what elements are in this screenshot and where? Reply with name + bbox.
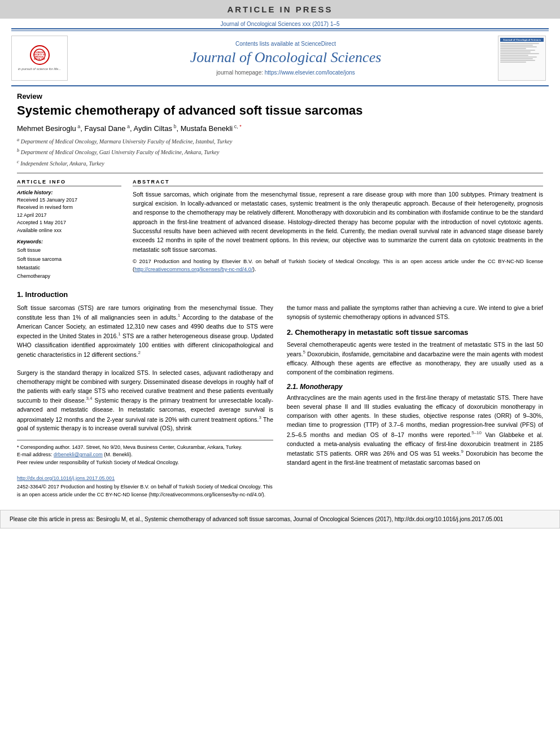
- footnote-email: E-mail address: drbenekli@gmail.com (M. …: [17, 451, 273, 459]
- abstract-header: ABSTRACT: [133, 179, 543, 186]
- author-3: Aydin Ciltas: [134, 124, 172, 133]
- email-link[interactable]: drbenekli@gmail.com: [54, 452, 103, 457]
- article-info-header: ARTICLE INFO: [17, 179, 121, 186]
- top-rule-thick: [11, 28, 549, 29]
- footnote-peer-review: Peer review under responsibility of Turk…: [17, 459, 273, 467]
- footnote-corresponding: * Corresponding author. 1437. Street, No…: [17, 444, 273, 452]
- keywords-label: Keywords:: [17, 239, 121, 244]
- article-history-dates: Received 15 January 2017 Received in rev…: [17, 196, 121, 235]
- journal-title: Journal of Oncological Sciences: [79, 49, 492, 66]
- license-link[interactable]: http://creativecommons.org/licenses/by-n…: [134, 266, 253, 272]
- journal-reference-line: Journal of Oncological Sciences xxx (201…: [0, 19, 560, 28]
- body-col-left: Soft tissue sarcomas (STS) are rare tumo…: [17, 303, 273, 499]
- doi-area: http://dx.doi.org/10.1016/j.jons.2017.05…: [17, 472, 273, 499]
- issn-license: 2452-3364/© 2017 Production and hosting …: [17, 483, 273, 499]
- journal-thumbnail: Journal of Oncological Sciences: [498, 36, 549, 81]
- intro-para-2: Surgery is the standard therapy in local…: [17, 368, 273, 433]
- intro-col2-para: the tumor mass and palliate the symptoms…: [287, 303, 543, 322]
- keywords-list: Soft tissue Soft tissue sarcoma Metastat…: [17, 246, 121, 281]
- abstract-text: Soft tissue sarcomas, which originate fr…: [133, 190, 543, 254]
- body-section: 1. Introduction Soft tissue sarcomas (ST…: [17, 290, 543, 499]
- intro-para-1: Soft tissue sarcomas (STS) are rare tumo…: [17, 303, 273, 359]
- affiliation-b: b Department of Medical Oncology, Gazi U…: [17, 147, 543, 157]
- body-two-col: Soft tissue sarcomas (STS) are rare tumo…: [17, 303, 543, 499]
- content-divider: [17, 173, 543, 173]
- abstract-column: ABSTRACT Soft tissue sarcomas, which ori…: [133, 179, 543, 281]
- body-col-right: the tumor mass and palliate the symptoms…: [287, 303, 543, 499]
- doi-link: http://dx.doi.org/10.1016/j.jons.2017.05…: [17, 474, 273, 482]
- homepage-link[interactable]: https://www.elsevier.com/locate/jons: [265, 69, 355, 76]
- section2-text: Several chemotherapeutic agents were tes…: [287, 340, 543, 377]
- section-2-heading: 2. Chemotherapy in metastatic soft tissu…: [287, 328, 543, 337]
- journal-header: TURKISH SOCIETY OF MEDICAL ONCOLOGY in p…: [0, 31, 560, 85]
- article-info-column: ARTICLE INFO Article history: Received 1…: [17, 179, 121, 281]
- society-logo: TURKISH SOCIETY OF MEDICAL ONCOLOGY in p…: [11, 36, 73, 81]
- authors-line: Mehmet Besiroglu a, Faysal Dane a, Aydin…: [17, 124, 543, 133]
- section21-text: Anthracyclines are the main agents used …: [287, 393, 543, 467]
- section-1-heading: 1. Introduction: [17, 290, 543, 299]
- contents-available-line: Contents lists available at ScienceDirec…: [79, 41, 492, 47]
- affiliation-c: c Independent Scholar, Ankara, Turkey: [17, 158, 543, 168]
- author-2: Faysal Dane: [85, 124, 126, 133]
- citation-bar: Please cite this article in press as: Be…: [0, 510, 560, 528]
- author-1: Mehmet Besiroglu: [17, 124, 76, 133]
- journal-homepage: journal homepage: https://www.elsevier.c…: [79, 69, 492, 76]
- affiliations: a Department of Medical Oncology, Marmar…: [17, 136, 543, 168]
- affiliation-a: a Department of Medical Oncology, Marmar…: [17, 136, 543, 146]
- article-history-label: Article history:: [17, 190, 121, 195]
- footnote-area: * Corresponding author. 1437. Street, No…: [17, 440, 273, 467]
- author-4: Mustafa Benekli: [181, 124, 233, 133]
- section-21-heading: 2.1. Monotherapy: [287, 383, 543, 391]
- svg-text:ONCOLOGY: ONCOLOGY: [34, 58, 46, 60]
- main-content: Review Systemic chemotherapy of advanced…: [0, 86, 560, 504]
- copyright-text: © 2017 Production and hosting by Elsevie…: [133, 257, 543, 274]
- article-title: Systemic chemotherapy of advanced soft t…: [17, 103, 543, 119]
- journal-header-center: Contents lists available at ScienceDirec…: [79, 41, 492, 76]
- section-type-label: Review: [17, 92, 543, 101]
- article-in-press-banner: ARTICLE IN PRESS: [0, 0, 560, 19]
- article-info-abstract-section: ARTICLE INFO Article history: Received 1…: [17, 179, 543, 281]
